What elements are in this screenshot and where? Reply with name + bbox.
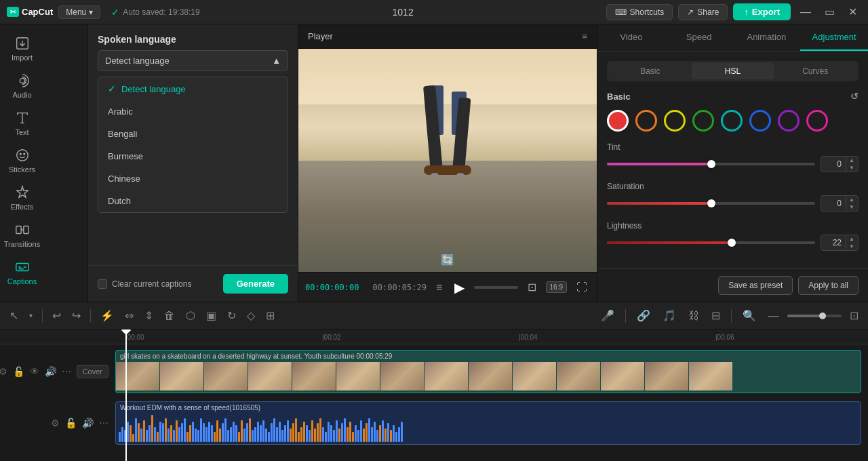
color-blue[interactable] — [749, 110, 771, 132]
track-cover-label[interactable]: Cover — [77, 365, 108, 378]
shortcuts-button[interactable]: ⌨ Shortcuts — [606, 4, 673, 20]
color-magenta[interactable] — [806, 110, 828, 132]
zoom-out-button[interactable]: — — [764, 307, 783, 325]
audio-track-settings-icon[interactable]: ⚙ — [51, 418, 60, 428]
toolbar-separator-1 — [42, 309, 43, 323]
flip-v-button[interactable]: ⇕ — [140, 306, 157, 325]
flip-h-button[interactable]: ⇔ — [121, 306, 138, 325]
mirror-button[interactable]: ◇ — [243, 306, 259, 325]
toolbar-captions[interactable]: Captions — [0, 254, 44, 291]
lang-option-detect[interactable]: ✓ Detect language — [98, 77, 288, 100]
play-button[interactable]: ▶ — [452, 278, 467, 297]
share-icon: ↗ — [687, 7, 694, 17]
rotate-button[interactable]: ↻ — [223, 306, 240, 325]
color-purple[interactable] — [778, 110, 800, 132]
cursor-dropdown-button[interactable]: ▾ — [25, 309, 37, 322]
audio-track-lock-icon[interactable]: 🔓 — [65, 418, 77, 428]
link-button[interactable]: 🔗 — [633, 306, 654, 325]
crop-button[interactable]: ▣ — [202, 306, 220, 325]
color-green[interactable] — [692, 110, 714, 132]
camera-rotate-icon[interactable]: 🔄 — [441, 254, 454, 266]
generate-button[interactable]: Generate — [223, 274, 288, 294]
lang-option-dutch[interactable]: Dutch — [98, 190, 288, 212]
track-visibility-icon[interactable]: 👁 — [30, 366, 39, 377]
lightness-up-arrow[interactable]: ▲ — [846, 235, 857, 243]
track-settings-icon[interactable]: ⚙ — [0, 366, 7, 377]
clear-captions-toggle[interactable]: Clear current captions — [98, 279, 191, 289]
reset-icon[interactable]: ↺ — [850, 91, 859, 102]
main-area: Import Audio Text — [0, 24, 868, 302]
save-preset-button[interactable]: Save as preset — [718, 276, 793, 295]
fullscreen-button[interactable]: ⛶ — [574, 280, 590, 295]
sub-tab-curves[interactable]: Curves — [774, 63, 856, 79]
right-panel: Video Speed Animation Adjustment Basic H… — [597, 24, 868, 302]
tab-animation[interactable]: Animation — [733, 24, 801, 51]
saturation-down-arrow[interactable]: ▼ — [846, 203, 857, 211]
playlist-icon[interactable]: ≡ — [433, 280, 445, 295]
redo-button[interactable]: ↪ — [68, 306, 85, 325]
fit-to-screen-icon[interactable]: ⊡ — [525, 279, 539, 295]
chain-button[interactable]: ⛓ — [684, 307, 703, 325]
zoom-in-button[interactable]: 🔍 — [738, 306, 760, 325]
export-button[interactable]: ↑ Export — [733, 3, 791, 20]
lang-option-arabic[interactable]: Arabic — [98, 100, 288, 123]
player-menu-icon[interactable]: ≡ — [582, 31, 587, 41]
snap-button[interactable]: ⊟ — [707, 306, 724, 325]
lang-option-burmese[interactable]: Burmese — [98, 145, 288, 167]
color-orange[interactable] — [635, 110, 657, 132]
undo-button[interactable]: ↩ — [48, 306, 65, 325]
zoom-slider[interactable] — [787, 315, 842, 317]
share-button[interactable]: ↗ Share — [678, 4, 728, 20]
mic-button[interactable]: 🎤 — [597, 306, 618, 325]
toolbar-effects[interactable]: Effects — [0, 179, 44, 216]
close-button[interactable]: ✕ — [844, 4, 861, 20]
color-yellow[interactable] — [664, 110, 686, 132]
split-button[interactable]: ⚡ — [96, 306, 118, 325]
lang-option-chinese[interactable]: Chinese — [98, 167, 288, 190]
aspect-ratio-badge[interactable]: 16:9 — [546, 281, 567, 293]
toolbar-transitions[interactable]: Transitions — [0, 216, 44, 254]
tab-speed[interactable]: Speed — [665, 24, 733, 51]
share-label: Share — [697, 7, 719, 17]
transform-button[interactable]: ⊞ — [262, 306, 279, 325]
sub-tab-basic[interactable]: Basic — [609, 63, 692, 79]
track-volume-icon[interactable]: 🔊 — [45, 366, 56, 377]
cursor-tool-button[interactable]: ↖ — [5, 306, 22, 325]
timeline-playhead[interactable] — [125, 329, 127, 461]
video-track[interactable]: girl skates on a skateboard on a deserte… — [115, 350, 861, 393]
track-lock-icon[interactable]: 🔓 — [13, 366, 24, 377]
saturation-slider-track[interactable] — [607, 202, 815, 205]
audio-track-volume-icon[interactable]: 🔊 — [82, 418, 94, 428]
minimize-button[interactable]: — — [796, 5, 815, 20]
player-timeline-strip[interactable] — [474, 286, 517, 289]
tint-slider-track[interactable] — [607, 163, 815, 165]
track-more-icon[interactable]: ⋯ — [62, 366, 71, 377]
color-cyan[interactable] — [721, 110, 743, 132]
clear-captions-checkbox[interactable] — [98, 279, 107, 289]
language-select-button[interactable]: Detect language ▲ — [98, 50, 288, 71]
toolbar-audio[interactable]: Audio — [0, 67, 44, 104]
mask-button[interactable]: ⬡ — [182, 306, 199, 325]
lang-option-bengali[interactable]: Bengali — [98, 123, 288, 145]
audio-btn-2[interactable]: 🎵 — [658, 306, 680, 325]
toolbar-import[interactable]: Import — [0, 30, 44, 67]
lightness-down-arrow[interactable]: ▼ — [846, 243, 857, 250]
menu-button[interactable]: Menu ▾ — [58, 5, 100, 19]
toolbar-stickers[interactable]: Stickers — [0, 142, 44, 179]
sub-tab-hsl[interactable]: HSL — [692, 63, 774, 79]
fit-timeline-button[interactable]: ⊡ — [846, 306, 863, 325]
toolbar-text[interactable]: Text — [0, 104, 44, 142]
delete-button[interactable]: 🗑 — [160, 307, 179, 325]
color-red[interactable] — [607, 110, 629, 132]
audio-track[interactable]: Workout EDM with a sense of speed(101650… — [115, 401, 861, 445]
tint-up-arrow[interactable]: ▲ — [846, 157, 857, 164]
audio-track-more-icon[interactable]: ⋯ — [99, 418, 108, 428]
waveform-bar — [211, 425, 213, 442]
tab-adjustment[interactable]: Adjustment — [800, 24, 868, 51]
maximize-button[interactable]: ▭ — [821, 4, 839, 20]
tab-video[interactable]: Video — [597, 24, 665, 51]
apply-all-button[interactable]: Apply to all — [798, 276, 859, 295]
tint-down-arrow[interactable]: ▼ — [846, 164, 857, 172]
saturation-up-arrow[interactable]: ▲ — [846, 196, 857, 203]
lightness-slider-track[interactable] — [607, 241, 815, 244]
